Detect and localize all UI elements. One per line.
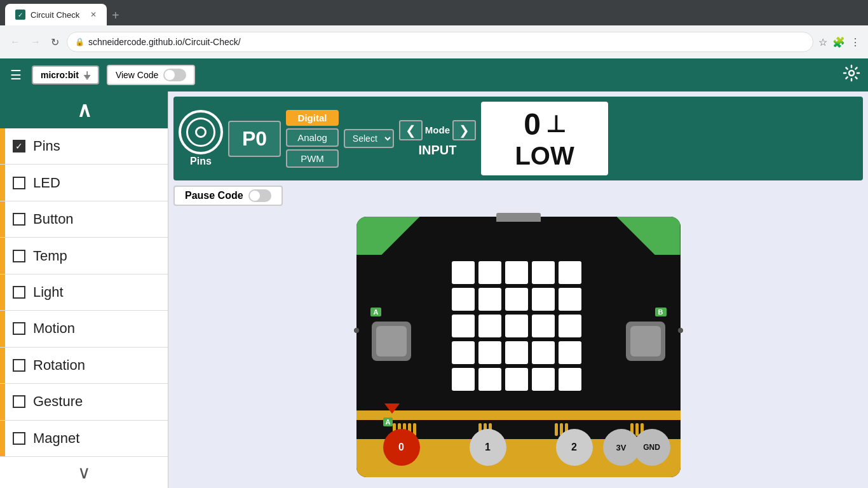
led-2-0 [452, 315, 475, 337]
led-3-1 [478, 341, 501, 364]
tab-favicon: ✓ [15, 10, 25, 20]
button-a-label: A [370, 308, 382, 316]
sidebar-color-gesture [0, 384, 5, 419]
sidebar-header-symbol: ∧ [77, 98, 92, 121]
pause-code-label: Pause Code [185, 190, 243, 201]
antenna-dot [678, 328, 683, 333]
ground-symbol: ⊥ [546, 111, 566, 138]
sidebar-checkbox-rotation[interactable] [13, 359, 25, 372]
led-1-4 [559, 288, 581, 311]
device-selector[interactable]: micro:bit ⏚ [32, 65, 99, 85]
reload-button[interactable]: ↻ [48, 34, 62, 51]
sidebar-checkbox-light[interactable] [13, 286, 25, 299]
sidebar-checkbox-magnet[interactable] [13, 432, 25, 445]
pwm-mode-button[interactable]: PWM [286, 149, 339, 168]
bookmark-icon[interactable]: ☆ [818, 36, 827, 48]
sidebar-header: ∧ [0, 92, 168, 128]
settings-button[interactable] [843, 64, 860, 86]
pin-circle-0[interactable]: 0 [383, 429, 420, 466]
back-button[interactable]: ← [8, 34, 23, 50]
led-2-1 [478, 315, 501, 337]
pin-circle-1[interactable]: 1 [470, 429, 506, 466]
device-label: micro:bit [41, 70, 79, 80]
forward-button[interactable]: → [28, 34, 43, 50]
extensions-icon[interactable]: 🧩 [832, 36, 845, 48]
url-text: schneidercode.github.io/Circuit-Check/ [88, 37, 241, 47]
sidebar-item-temp[interactable]: Temp [0, 238, 168, 274]
led-1-1 [478, 288, 501, 311]
led-0-2 [505, 261, 528, 284]
led-4-0 [452, 368, 475, 391]
pins-mode-controls: Digital Analog PWM [286, 110, 339, 168]
pin-circle-gnd[interactable]: GND [634, 429, 670, 466]
sidebar-checkbox-gesture[interactable] [13, 395, 25, 408]
pause-code-button[interactable]: Pause Code [173, 186, 283, 206]
led-4-4 [559, 368, 581, 391]
mode-next-button[interactable]: ❯ [452, 120, 476, 140]
digital-mode-button[interactable]: Digital [286, 110, 339, 126]
new-tab-button[interactable]: + [107, 6, 125, 25]
mode-prev-button[interactable]: ❮ [399, 120, 423, 140]
button-b[interactable] [626, 322, 665, 361]
menu-button[interactable]: ☰ [8, 65, 24, 85]
led-2-3 [532, 315, 555, 337]
button-b-inner [630, 326, 661, 356]
app: ☰ micro:bit ⏚ View Code ∧ [0, 58, 868, 488]
sidebar-item-pins[interactable]: Pins [0, 128, 168, 165]
sidebar-color-temp [0, 238, 5, 273]
sidebar-item-magnet[interactable]: Magnet [0, 421, 168, 457]
button-a-inner [376, 326, 407, 356]
content-area: Pins P0 Digital Analog PWM Select [168, 92, 868, 488]
sidebar-checkbox-button[interactable] [13, 213, 25, 226]
sidebar-item-gesture[interactable]: Gesture [0, 384, 168, 420]
sidebar-label-magnet: Magnet [33, 430, 79, 447]
sidebar-checkbox-pins[interactable] [13, 140, 25, 152]
sidebar-label-motion: Motion [33, 320, 75, 337]
led-indicator-triangle [384, 403, 400, 414]
browser-controls: ← → ↻ 🔒 schneidercode.github.io/Circuit-… [0, 25, 868, 58]
microbit-area: A B [173, 211, 863, 483]
pin-select-dropdown[interactable]: Select [344, 129, 394, 148]
pause-toggle[interactable] [248, 189, 271, 202]
sidebar-checkbox-temp[interactable] [13, 250, 25, 262]
sidebar-item-motion[interactable]: Motion [0, 311, 168, 347]
led-2-2 [505, 315, 528, 337]
sidebar-color-motion [0, 311, 5, 346]
view-code-toggle[interactable] [163, 69, 186, 81]
browser-tab-circuit-check[interactable]: ✓ Circuit Check ✕ [5, 4, 107, 25]
toggle-knob [165, 70, 175, 80]
sidebar-color-pins [0, 128, 5, 164]
browser-actions: ☆ 🧩 ⋮ [818, 36, 860, 48]
pin-0-a-label: A [383, 417, 393, 426]
sidebar-color-magnet [0, 421, 5, 456]
sidebar-label-led: LED [33, 175, 60, 191]
sidebar-item-rotation[interactable]: Rotation [0, 348, 168, 384]
sidebar-label-light: Light [33, 284, 64, 301]
led-1-0 [452, 288, 475, 311]
browser-menu-icon[interactable]: ⋮ [850, 36, 860, 48]
analog-mode-button[interactable]: Analog [286, 128, 339, 147]
sidebar-color-button [0, 201, 5, 237]
sidebar-color-led [0, 165, 5, 200]
sidebar-item-button[interactable]: Button [0, 201, 168, 238]
pins-middle-circle [186, 118, 215, 147]
button-a[interactable] [372, 322, 411, 361]
tab-title: Circuit Check [31, 10, 79, 20]
sidebar-checkbox-led[interactable] [13, 177, 25, 189]
sidebar-item-light[interactable]: Light [0, 274, 168, 311]
led-0-1 [478, 261, 501, 284]
view-code-button[interactable]: View Code [107, 65, 195, 85]
tooth [555, 423, 558, 436]
led-1-2 [505, 288, 528, 311]
sidebar-item-led[interactable]: LED [0, 165, 168, 201]
pin-circle-2[interactable]: 2 [556, 429, 593, 466]
led-4-2 [505, 368, 528, 391]
led-2-4 [559, 315, 581, 337]
address-bar[interactable]: 🔒 schneidercode.github.io/Circuit-Check/ [67, 32, 813, 52]
led-1-3 [532, 288, 555, 311]
sidebar-checkbox-motion[interactable] [13, 322, 25, 335]
button-b-label: B [655, 308, 667, 316]
led-3-0 [452, 341, 475, 364]
tab-close-button[interactable]: ✕ [90, 10, 97, 19]
reading-panel: 0 ⊥ LOW [481, 102, 608, 175]
